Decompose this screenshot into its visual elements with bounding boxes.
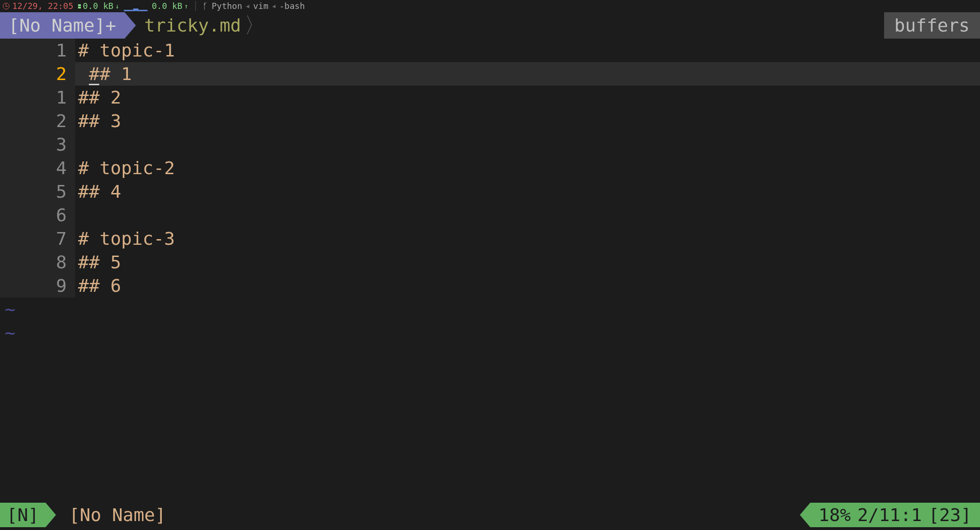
tmux-graph: ▁▁▂▁▁ — [124, 0, 147, 12]
line-content — [75, 203, 980, 227]
tab-buffers-label: buffers — [894, 15, 970, 36]
line-number: 2 — [0, 109, 75, 133]
arrow-up-icon: ↑ — [184, 0, 188, 12]
line-content: ## 6 — [75, 274, 980, 297]
line-content: ## 5 — [75, 250, 980, 274]
line-number: 9 — [0, 274, 75, 297]
tmux-net-down: 0.0 kB↓ — [78, 0, 119, 12]
line-number: 1 — [0, 39, 75, 62]
line-number: 5 — [0, 180, 75, 203]
line-number: 6 — [0, 203, 75, 227]
arrow-down-icon: ↓ — [115, 0, 119, 12]
editor-line[interactable]: 3 — [0, 133, 980, 156]
line-content — [75, 133, 980, 156]
tilde-icon: ~ — [0, 321, 16, 345]
angle-right-icon: 〉 — [241, 11, 266, 40]
editor-line[interactable]: 1# topic-1 — [0, 39, 980, 62]
line-content: ## 2 — [75, 86, 980, 109]
editor-area[interactable]: 1# topic-12 ## 11## 22## 334# topic-25##… — [0, 39, 980, 503]
editor-line[interactable]: 8## 5 — [0, 250, 980, 274]
clock-icon — [3, 3, 9, 9]
status-mode: [N] — [0, 503, 46, 527]
statusline-sep-icon — [46, 503, 56, 527]
net-down-text: 0.0 kB — [83, 0, 113, 12]
line-content: ## 4 — [75, 180, 980, 203]
line-number: 8 — [0, 250, 75, 274]
tab-inactive-label: tricky.md — [144, 15, 241, 36]
tab-active[interactable]: [No Name]+ — [0, 12, 125, 39]
line-content: # topic-2 — [75, 156, 980, 180]
editor-line[interactable]: 6 — [0, 203, 980, 227]
status-extra: [23] — [928, 505, 972, 525]
tab-inactive[interactable]: tricky.md 〉 — [136, 12, 274, 39]
line-content: ## 1 — [75, 62, 980, 86]
branch-icon: ᚶ — [203, 0, 208, 12]
editor-line[interactable]: 5## 4 — [0, 180, 980, 203]
line-content: ## 3 — [75, 109, 980, 133]
editor-line[interactable]: 9## 6 — [0, 274, 980, 297]
tab-separator-icon — [125, 12, 136, 39]
crumb-0: Python — [212, 0, 242, 12]
bottom-padding — [0, 527, 980, 530]
statusline-sep-right-icon — [800, 503, 810, 527]
line-number: 1 — [0, 86, 75, 109]
line-number: 7 — [0, 227, 75, 250]
status-filename: [No Name] — [56, 505, 166, 525]
tab-buffers[interactable]: buffers — [884, 12, 980, 39]
editor-line[interactable]: 1## 2 — [0, 86, 980, 109]
editor-line[interactable]: 7# topic-3 — [0, 227, 980, 250]
status-position: 2/11:1 — [857, 505, 922, 525]
tab-active-label: [No Name]+ — [8, 15, 116, 36]
tmux-time-text: 12/29, 22:05 — [12, 0, 73, 12]
cursor: # — [89, 64, 100, 84]
crumb-2: -bash — [279, 0, 305, 12]
tmux-net-up: 0.0 kB↑ — [152, 0, 188, 12]
triangle-left-icon: ◀ — [272, 0, 276, 12]
vim-tabline: [No Name]+ tricky.md 〉 buffers — [0, 12, 980, 39]
line-number: 4 — [0, 156, 75, 180]
status-right: 18% 2/11:1 [23] — [810, 503, 980, 527]
line-content: # topic-1 — [75, 39, 980, 62]
line-content: # topic-3 — [75, 227, 980, 250]
line-number: 2 — [0, 62, 75, 86]
tabline-spacer — [274, 12, 884, 39]
status-percent: 18% — [819, 505, 851, 525]
status-mode-text: [N] — [7, 505, 39, 525]
vim-statusline: [N] [No Name] 18% 2/11:1 [23] — [0, 503, 980, 527]
net-up-text: 0.0 kB — [152, 0, 182, 12]
net-icon — [78, 4, 81, 8]
editor-line[interactable]: 4# topic-2 — [0, 156, 980, 180]
tmux-time: 12/29, 22:05 — [3, 0, 73, 12]
empty-line: ~ — [0, 297, 980, 321]
editor-line[interactable]: 2 ## 1 — [0, 62, 980, 86]
line-number: 3 — [0, 133, 75, 156]
tilde-icon: ~ — [0, 297, 16, 321]
tmux-separator: │ — [193, 0, 198, 12]
empty-line: ~ — [0, 321, 980, 345]
editor-line[interactable]: 2## 3 — [0, 109, 980, 133]
tmux-status-bar: 12/29, 22:05 0.0 kB↓ ▁▁▂▁▁ 0.0 kB↑ │ ᚶ P… — [0, 0, 980, 12]
